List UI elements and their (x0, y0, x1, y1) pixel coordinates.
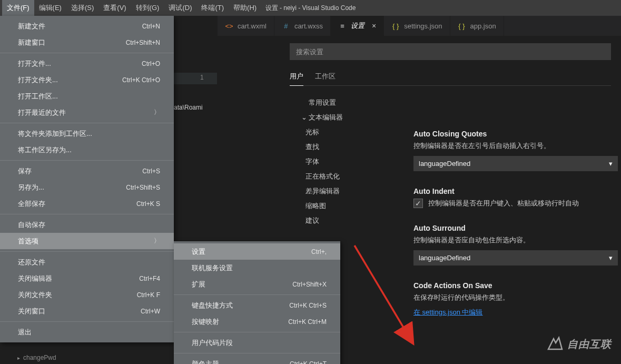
menu-item[interactable]: 关闭窗口Ctrl+W (0, 303, 174, 319)
setting-desc: 控制编辑器是否在用户键入、粘贴或移动行时自动 (428, 199, 579, 208)
editor-tabs: <>cart.wxml #cart.wxss ≡设置× { }settings.… (218, 16, 621, 36)
setting-title: Code Actions On Save (413, 281, 621, 290)
menu-label: 打开文件夹... (18, 75, 58, 85)
chevron-right-icon: 〉 (154, 108, 160, 117)
menu-label: 打开工作区... (18, 92, 58, 101)
menu-label: 按键映射 (192, 317, 219, 327)
submenu-item[interactable]: 颜色主题Ctrl+K Ctrl+T (174, 356, 340, 364)
chevron-down-icon: ▾ (609, 160, 613, 168)
menu-item[interactable]: 新建窗口Ctrl+Shift+N (0, 34, 174, 51)
menu-select[interactable]: 选择(S) (66, 0, 98, 16)
json-icon: { } (458, 22, 466, 30)
checkbox-auto-indent[interactable]: ✓ (413, 199, 423, 208)
menu-help[interactable]: 帮助(H) (229, 0, 261, 16)
submenu-item[interactable]: 按键映射Ctrl+K Ctrl+M (174, 313, 340, 330)
breadcrumb-fragment: ata\Roami (174, 104, 203, 111)
menu-shortcut: Ctrl+K S (136, 200, 160, 208)
setting-auto-indent: Auto Indent ✓控制编辑器是否在用户键入、粘贴或移动行时自动 (413, 187, 621, 208)
select-auto-surround[interactable]: languageDefined▾ (413, 250, 618, 265)
menu-label: 打开文件... (18, 59, 51, 68)
menu-edit[interactable]: 编辑(E) (34, 0, 66, 16)
menu-item[interactable]: 打开工作区... (0, 88, 174, 104)
menu-item[interactable]: 自动保存 (0, 217, 174, 233)
menu-debug[interactable]: 调试(D) (164, 0, 196, 16)
tab-label: cart.wxml (238, 22, 267, 30)
close-icon[interactable]: × (372, 22, 376, 30)
scope-user[interactable]: 用户 (290, 72, 303, 86)
menu-view[interactable]: 查看(V) (98, 0, 131, 16)
menubar: 文件(F) 编辑(E) 选择(S) 查看(V) 转到(G) 调试(D) 终端(T… (0, 0, 621, 16)
toc-common[interactable]: 常用设置 (290, 95, 395, 110)
menu-label: 还原文件 (18, 258, 45, 267)
menu-label: 新建窗口 (18, 38, 45, 47)
menu-label: 新建文件 (18, 22, 45, 31)
menu-item[interactable]: 另存为...Ctrl+Shift+S (0, 179, 174, 195)
menu-item[interactable]: 还原文件 (0, 254, 174, 270)
menu-item[interactable]: 打开文件夹...Ctrl+K Ctrl+O (0, 72, 174, 88)
menu-item[interactable]: 退出 (0, 324, 174, 340)
toc-font[interactable]: 字体 (290, 154, 395, 169)
menu-separator (0, 123, 174, 123)
menu-item[interactable]: 打开最近的文件〉 (0, 104, 174, 121)
menu-label: 颜色主题 (192, 359, 219, 365)
menu-item[interactable]: 打开文件...Ctrl+O (0, 55, 174, 72)
menu-item[interactable]: 关闭编辑器Ctrl+F4 (0, 270, 174, 287)
menu-label: 联机服务设置 (192, 263, 233, 273)
menu-goto[interactable]: 转到(G) (131, 0, 164, 16)
menu-label: 扩展 (192, 280, 205, 289)
toc-find[interactable]: 查找 (290, 140, 395, 154)
menu-separator (0, 214, 174, 214)
scope-workspace[interactable]: 工作区 (315, 72, 336, 85)
setting-title: Auto Indent (413, 187, 621, 195)
menu-label: 打开最近的文件 (18, 108, 66, 117)
menu-item[interactable]: 首选项〉 (0, 233, 174, 249)
submenu-item[interactable]: 扩展Ctrl+Shift+X (174, 276, 340, 292)
code-icon: <> (225, 22, 233, 30)
menu-file[interactable]: 文件(F) (2, 0, 34, 16)
watermark-text: 自由互联 (567, 337, 612, 351)
menu-item[interactable]: 将工作区另存为... (0, 142, 174, 158)
menu-terminal[interactable]: 终端(T) (196, 0, 229, 16)
setting-code-actions-on-save: Code Actions On Save 在保存时运行的代码操作类型。 在 se… (413, 281, 621, 317)
menu-item[interactable]: 将文件夹添加到工作区... (0, 125, 174, 142)
tab-cart-wxml[interactable]: <>cart.wxml (218, 16, 274, 36)
menu-shortcut: Ctrl+W (141, 308, 160, 315)
tab-cart-wxss[interactable]: #cart.wxss (274, 16, 331, 36)
menu-shortcut: Ctrl+Shift+X (292, 281, 327, 288)
tab-settings-json[interactable]: { }settings.json (384, 16, 450, 36)
file-menu-dropdown: 新建文件Ctrl+N新建窗口Ctrl+Shift+N打开文件...Ctrl+O打… (0, 16, 174, 342)
submenu-item[interactable]: 用户代码片段 (174, 335, 340, 351)
editor-line-highlight (174, 73, 217, 84)
tab-app-json[interactable]: { }app.json (450, 16, 504, 36)
toc-minimap[interactable]: 缩略图 (290, 199, 395, 213)
preferences-submenu: 设置Ctrl+,联机服务设置扩展Ctrl+Shift+X键盘快捷方式Ctrl+K… (174, 241, 340, 364)
menu-shortcut: Ctrl+Shift+N (126, 39, 160, 46)
search-input[interactable] (290, 43, 611, 60)
submenu-item[interactable]: 设置Ctrl+, (174, 243, 340, 260)
submenu-item[interactable]: 联机服务设置 (174, 260, 340, 276)
explorer-item[interactable]: ▸changePwd (17, 354, 56, 361)
menu-item[interactable]: 全部保存Ctrl+K S (0, 195, 174, 212)
menu-item[interactable]: 保存Ctrl+S (0, 163, 174, 179)
toc-formatting[interactable]: 正在格式化 (290, 169, 395, 184)
tab-settings[interactable]: ≡设置× (331, 16, 384, 36)
select-auto-closing-quotes[interactable]: languageDefined▾ (413, 156, 618, 171)
annotation-arrow (350, 241, 419, 347)
toc-cursor[interactable]: 光标 (290, 125, 395, 140)
menu-item[interactable]: 关闭文件夹Ctrl+K F (0, 287, 174, 303)
menu-label: 关闭编辑器 (18, 274, 52, 283)
menu-label: 键盘快捷方式 (192, 301, 233, 310)
toc-text-editor[interactable]: ⌄文本编辑器 (290, 110, 395, 125)
menu-separator (0, 321, 174, 322)
menu-item[interactable]: 新建文件Ctrl+N (0, 18, 174, 34)
tab-label: settings.json (404, 22, 442, 30)
toc-suggest[interactable]: 建议 (290, 213, 395, 228)
svg-line-0 (354, 245, 412, 342)
menu-label: 首选项 (18, 237, 38, 246)
menu-separator (174, 353, 340, 353)
toc-diff[interactable]: 差异编辑器 (290, 184, 395, 199)
edit-in-settings-json-link[interactable]: 在 settings.json 中编辑 (413, 308, 483, 316)
submenu-item[interactable]: 键盘快捷方式Ctrl+K Ctrl+S (174, 297, 340, 313)
settings-search-row (290, 36, 621, 60)
setting-desc: 控制编辑器是否在左引号后自动插入右引号。 (413, 141, 621, 151)
